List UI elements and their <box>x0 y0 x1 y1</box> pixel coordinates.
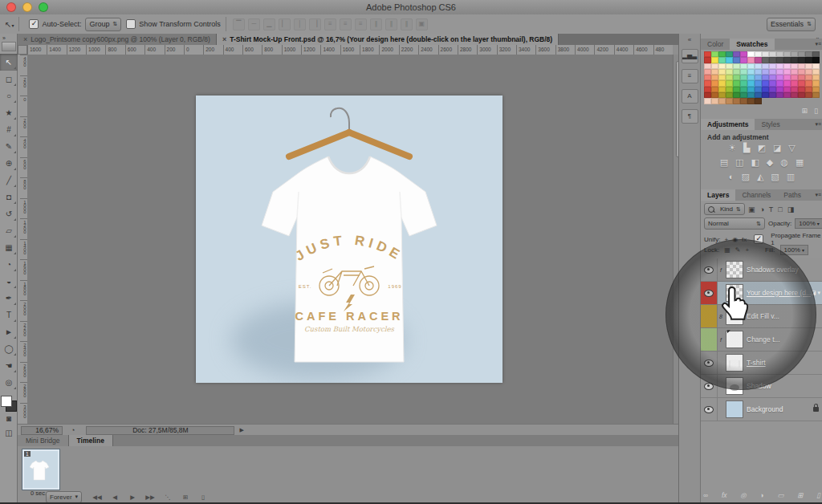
color-swatch[interactable] <box>704 80 711 86</box>
panel-menu-icon[interactable]: ▾≡ <box>815 39 821 50</box>
layer-row[interactable]: f Shadows overlay ◪ ▾ <box>701 258 822 282</box>
color-swatch[interactable] <box>718 69 726 75</box>
color-swatch[interactable] <box>740 80 747 86</box>
screen-mode-button[interactable]: ◫ <box>0 426 18 441</box>
layer-visibility-well[interactable] <box>701 258 718 281</box>
color-swatch[interactable] <box>791 80 798 86</box>
color-swatch[interactable] <box>747 98 755 104</box>
color-swatch[interactable] <box>704 92 711 98</box>
color-swatch[interactable] <box>733 98 740 104</box>
loop-mode-dropdown[interactable]: Forever ▾ <box>46 491 82 503</box>
color-swatch[interactable] <box>798 63 805 69</box>
color-swatch[interactable] <box>747 80 755 86</box>
color-swatch[interactable] <box>733 51 740 57</box>
color-swatch[interactable] <box>718 92 726 98</box>
color-swatch[interactable] <box>812 75 820 80</box>
layer-thumbnail[interactable] <box>726 261 743 278</box>
color-swatch[interactable] <box>805 87 812 92</box>
color-swatch[interactable] <box>762 80 769 86</box>
tab-swatches[interactable]: Swatches <box>730 39 774 50</box>
color-swatch[interactable] <box>711 80 718 86</box>
color-swatch[interactable] <box>783 51 791 57</box>
color-swatch[interactable] <box>755 51 762 57</box>
opacity-field[interactable]: 100%▾ <box>795 218 822 229</box>
color-swatch[interactable] <box>755 87 762 92</box>
color-swatch[interactable] <box>747 51 755 57</box>
color-swatch[interactable] <box>791 87 798 92</box>
canvas-workspace[interactable]: JUST RIDE EST. 1969 CAFE RACER Custom Bu… <box>27 55 673 424</box>
color-swatch[interactable] <box>726 63 733 69</box>
eye-icon[interactable] <box>704 266 714 274</box>
color-swatch[interactable] <box>740 87 747 92</box>
color-swatch[interactable] <box>762 87 769 92</box>
color-swatch[interactable] <box>704 75 711 80</box>
color-swatch[interactable] <box>726 57 733 63</box>
color-swatch[interactable] <box>755 63 762 69</box>
close-tab-icon[interactable]: × <box>23 35 27 43</box>
color-swatch[interactable] <box>776 51 783 57</box>
color-swatch[interactable] <box>769 51 776 57</box>
color-swatch[interactable] <box>718 80 726 86</box>
color-swatch[interactable] <box>726 69 733 75</box>
color-swatch[interactable] <box>812 63 820 69</box>
color-swatch[interactable] <box>791 51 798 57</box>
color-swatch[interactable] <box>704 98 711 104</box>
color-swatch[interactable] <box>733 69 740 75</box>
panel-menu-icon[interactable]: ▾≡ <box>815 189 821 201</box>
layer-filter-kind-dropdown[interactable]: Kind ⇅ <box>704 203 745 215</box>
layer-row[interactable]: Background ◪ ▾ <box>701 398 822 421</box>
document-tab[interactable]: × Logo_Printsome copy600px.png @ 100% (L… <box>18 34 217 45</box>
color-swatch[interactable] <box>769 57 776 63</box>
color-swatch[interactable] <box>747 92 755 98</box>
color-swatch[interactable] <box>733 92 740 98</box>
color-swatch[interactable] <box>776 69 783 75</box>
color-swatch[interactable] <box>726 75 733 80</box>
workspace-switcher[interactable]: Essentials ⇅ <box>767 18 816 31</box>
status-menu-icon[interactable]: ◔ <box>71 426 75 434</box>
color-swatch[interactable] <box>726 51 733 57</box>
color-swatch[interactable] <box>762 75 769 80</box>
color-swatch[interactable] <box>791 75 798 80</box>
eye-icon[interactable] <box>704 406 714 413</box>
color-swatch[interactable] <box>755 80 762 86</box>
color-swatch[interactable] <box>791 57 798 63</box>
panel-menu-icon[interactable]: ▾≡ <box>815 119 821 130</box>
toolbar-grip[interactable] <box>2 42 16 51</box>
color-swatch[interactable] <box>805 69 812 75</box>
color-swatch[interactable] <box>776 75 783 80</box>
animation-frame-1[interactable]: 1 <box>22 449 59 490</box>
color-swatch[interactable] <box>798 57 805 63</box>
color-swatch[interactable] <box>812 80 820 86</box>
color-swatch[interactable] <box>769 80 776 86</box>
eye-icon[interactable] <box>704 290 714 297</box>
eye-icon[interactable] <box>704 383 714 390</box>
foreground-background-swatches[interactable] <box>1 396 17 412</box>
close-tab-icon[interactable]: × <box>222 35 226 43</box>
color-swatch[interactable] <box>769 69 776 75</box>
color-swatch[interactable] <box>718 63 726 69</box>
color-swatch[interactable] <box>755 92 762 98</box>
auto-select-scope-dropdown[interactable]: Group ⇅ <box>85 18 121 31</box>
layer-visibility-well[interactable] <box>701 352 718 374</box>
color-swatch[interactable] <box>783 63 791 69</box>
layer-visibility-well[interactable] <box>701 328 718 351</box>
color-swatch[interactable] <box>740 51 747 57</box>
color-swatch[interactable] <box>747 75 755 80</box>
tab-color[interactable]: Color <box>701 39 730 50</box>
color-swatch[interactable] <box>805 51 812 57</box>
tab-layers[interactable]: Layers <box>701 189 735 201</box>
color-swatch[interactable] <box>740 57 747 63</box>
color-swatch[interactable] <box>769 92 776 98</box>
color-swatch[interactable] <box>798 75 805 80</box>
color-swatch[interactable] <box>812 92 820 98</box>
color-swatch[interactable] <box>718 87 726 92</box>
tab-channels[interactable]: Channels <box>735 189 777 201</box>
color-swatch[interactable] <box>805 57 812 63</box>
color-swatch[interactable] <box>740 69 747 75</box>
color-swatch[interactable] <box>812 57 820 63</box>
layer-visibility-well[interactable] <box>701 305 718 327</box>
color-swatch[interactable] <box>769 87 776 92</box>
layer-name[interactable]: Your design here (d... <box>747 289 811 297</box>
color-swatch[interactable] <box>733 80 740 86</box>
color-swatch[interactable] <box>762 69 769 75</box>
